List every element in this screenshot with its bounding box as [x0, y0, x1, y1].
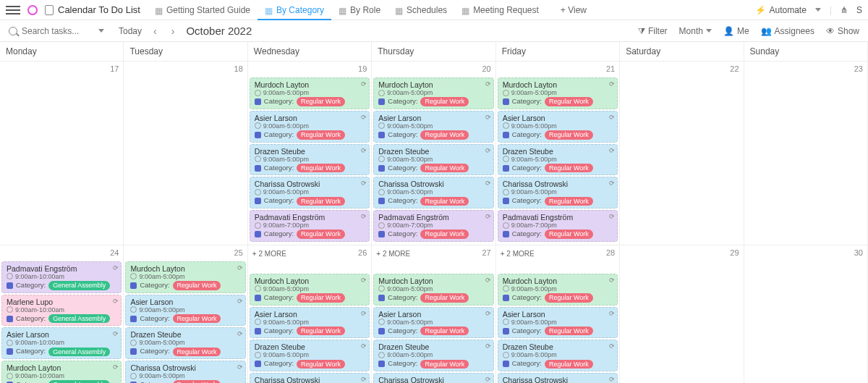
- calendar-event[interactable]: ⟳Drazen Steube9:00am-5:00pmCategory:Regu…: [250, 144, 370, 176]
- next-month-button[interactable]: ›: [169, 25, 178, 37]
- calendar-event[interactable]: ⟳Charissa Ostrowski9:00am-5:00pmCategory…: [250, 373, 370, 383]
- today-button[interactable]: Today: [119, 26, 142, 36]
- month-select[interactable]: Month: [679, 26, 712, 36]
- calendar-event[interactable]: ⟳Murdoch Layton9:00am-5:00pmCategory:Reg…: [498, 274, 618, 306]
- calendar-event[interactable]: ⟳Asier Larson9:00am-5:00pmCategory:Regul…: [373, 111, 493, 143]
- category-tag[interactable]: Regular Work: [173, 380, 221, 383]
- calendar-event[interactable]: ⟳Charissa Ostrowski9:00am-5:00pmCategory…: [373, 177, 493, 209]
- category-tag[interactable]: General Assembly: [48, 314, 110, 323]
- calendar-event[interactable]: ⟳Charissa Ostrowski9:00am-5:00pmCategory…: [125, 361, 245, 383]
- category-tag[interactable]: Regular Work: [420, 97, 469, 106]
- share-icon[interactable]: ⋔: [841, 5, 848, 15]
- calendar-cell[interactable]: 27+ 2 MORE⟳Murdoch Layton9:00am-5:00pmCa…: [372, 245, 495, 383]
- calendar-event[interactable]: ⟳Asier Larson9:00am-5:00pmCategory:Regul…: [125, 295, 245, 327]
- calendar-event[interactable]: ⟳Drazen Steube9:00am-5:00pmCategory:Regu…: [125, 327, 245, 359]
- view-tab-getting-started-guide[interactable]: ▦Getting Started Guide: [148, 0, 258, 20]
- chevron-down-icon[interactable]: [815, 8, 821, 12]
- category-tag[interactable]: Regular Work: [173, 348, 221, 356]
- category-tag[interactable]: Regular Work: [545, 130, 593, 139]
- view-tab-by-category[interactable]: ▦By Category: [258, 0, 331, 20]
- calendar-event[interactable]: ⟳Charissa Ostrowski9:00am-5:00pmCategory…: [498, 177, 618, 209]
- automate-button[interactable]: ⚡ Automate: [755, 5, 806, 15]
- calendar-event[interactable]: ⟳Asier Larson9:00am-5:00pmCategory:Regul…: [373, 307, 493, 339]
- calendar-event[interactable]: ⟳Asier Larson9:00am-5:00pmCategory:Regul…: [498, 111, 618, 143]
- view-tab-meeting-request[interactable]: ▦Meeting Request: [454, 0, 546, 20]
- calendar-event[interactable]: ⟳Marlene Lupo9:00am-10:00amCategory:Gene…: [1, 295, 122, 327]
- calendar-event[interactable]: ⟳Drazen Steube9:00am-5:00pmCategory:Regu…: [250, 340, 370, 371]
- calendar-event[interactable]: ⟳Drazen Steube9:00am-5:00pmCategory:Regu…: [498, 340, 618, 371]
- calendar-cell[interactable]: 24⟳Padmavati Engström9:00am-10:00amCateg…: [0, 245, 124, 383]
- calendar-cell[interactable]: 25⟳Murdoch Layton9:00am-5:00pmCategory:R…: [124, 245, 247, 383]
- add-view-button[interactable]: + View: [553, 0, 594, 20]
- calendar-event[interactable]: ⟳Asier Larson9:00am-10:00amCategory:Gene…: [1, 327, 122, 359]
- view-tab-schedules[interactable]: ▦Schedules: [388, 0, 454, 20]
- calendar-event[interactable]: ⟳Padmavati Engström9:00am-7:00pmCategory…: [250, 210, 370, 242]
- calendar-cell[interactable]: 20⟳Murdoch Layton9:00am-5:00pmCategory:R…: [372, 62, 495, 245]
- me-button[interactable]: 👤Me: [723, 26, 749, 36]
- calendar-event[interactable]: ⟳Padmavati Engström9:00am-7:00pmCategory…: [498, 210, 618, 242]
- calendar-cell[interactable]: 19⟳Murdoch Layton9:00am-5:00pmCategory:R…: [248, 62, 372, 245]
- category-tag[interactable]: Regular Work: [297, 97, 345, 106]
- calendar-cell[interactable]: 26+ 2 MORE⟳Murdoch Layton9:00am-5:00pmCa…: [248, 245, 372, 383]
- more-events-link[interactable]: + 2 MORE: [498, 248, 618, 259]
- category-tag[interactable]: Regular Work: [545, 327, 593, 335]
- category-tag[interactable]: Regular Work: [545, 360, 593, 369]
- calendar-event[interactable]: ⟳Charissa Ostrowski9:00am-5:00pmCategory…: [498, 373, 618, 383]
- category-tag[interactable]: Regular Work: [545, 197, 593, 206]
- chevron-down-icon[interactable]: [98, 29, 104, 33]
- category-tag[interactable]: General Assembly: [48, 281, 110, 290]
- category-tag[interactable]: Regular Work: [297, 360, 345, 369]
- category-tag[interactable]: Regular Work: [420, 327, 469, 335]
- calendar-event[interactable]: ⟳Asier Larson9:00am-5:00pmCategory:Regul…: [498, 307, 618, 339]
- category-tag[interactable]: Regular Work: [420, 360, 469, 369]
- category-tag[interactable]: Regular Work: [297, 164, 345, 172]
- category-tag[interactable]: Regular Work: [297, 197, 345, 206]
- calendar-event[interactable]: ⟳Asier Larson9:00am-5:00pmCategory:Regul…: [250, 307, 370, 339]
- category-tag[interactable]: Regular Work: [297, 130, 345, 139]
- category-tag[interactable]: Regular Work: [297, 230, 345, 238]
- category-tag[interactable]: Regular Work: [545, 164, 593, 172]
- category-tag[interactable]: Regular Work: [545, 97, 593, 106]
- calendar-cell[interactable]: 23: [744, 62, 868, 245]
- calendar-event[interactable]: ⟳Charissa Ostrowski9:00am-5:00pmCategory…: [250, 177, 370, 209]
- calendar-cell[interactable]: 30: [744, 245, 868, 383]
- view-tab-by-role[interactable]: ▦By Role: [331, 0, 388, 20]
- category-tag[interactable]: Regular Work: [173, 314, 221, 323]
- calendar-event[interactable]: ⟳Murdoch Layton9:00am-5:00pmCategory:Reg…: [125, 261, 245, 293]
- list-title[interactable]: Calendar To Do List: [45, 4, 140, 15]
- category-tag[interactable]: General Assembly: [48, 380, 110, 383]
- calendar-cell[interactable]: 18: [124, 62, 247, 245]
- category-tag[interactable]: Regular Work: [545, 230, 593, 238]
- calendar-event[interactable]: ⟳Asier Larson9:00am-5:00pmCategory:Regul…: [250, 111, 370, 143]
- calendar-cell[interactable]: 17: [0, 62, 124, 245]
- calendar-event[interactable]: ⟳Murdoch Layton9:00am-5:00pmCategory:Reg…: [373, 77, 493, 109]
- calendar-cell[interactable]: 21⟳Murdoch Layton9:00am-5:00pmCategory:R…: [496, 62, 620, 245]
- show-button[interactable]: 👁Show: [826, 26, 859, 36]
- category-tag[interactable]: Regular Work: [420, 130, 469, 139]
- assignees-button[interactable]: 👥Assignees: [761, 26, 814, 36]
- calendar-event[interactable]: ⟳Murdoch Layton9:00am-5:00pmCategory:Reg…: [373, 274, 493, 306]
- category-tag[interactable]: Regular Work: [545, 293, 593, 302]
- category-tag[interactable]: Regular Work: [420, 197, 469, 206]
- calendar-event[interactable]: ⟳Padmavati Engström9:00am-7:00pmCategory…: [373, 210, 493, 242]
- category-tag[interactable]: Regular Work: [420, 164, 469, 172]
- search-input[interactable]: [22, 26, 94, 36]
- category-tag[interactable]: Regular Work: [420, 293, 469, 302]
- calendar-cell[interactable]: 29: [620, 245, 744, 383]
- category-tag[interactable]: Regular Work: [297, 327, 345, 335]
- more-events-link[interactable]: + 2 MORE: [250, 248, 370, 259]
- menu-icon[interactable]: [6, 6, 20, 14]
- category-tag[interactable]: Regular Work: [297, 293, 345, 302]
- filter-button[interactable]: ⧩Filter: [638, 26, 668, 36]
- category-tag[interactable]: Regular Work: [420, 230, 469, 238]
- calendar-event[interactable]: ⟳Padmavati Engström9:00am-10:00amCategor…: [1, 261, 122, 293]
- calendar-event[interactable]: ⟳Drazen Steube9:00am-5:00pmCategory:Regu…: [498, 144, 618, 176]
- calendar-event[interactable]: ⟳Murdoch Layton9:00am-10:00amCategory:Ge…: [1, 361, 122, 383]
- calendar-cell[interactable]: 28+ 2 MORE⟳Murdoch Layton9:00am-5:00pmCa…: [496, 245, 620, 383]
- category-tag[interactable]: Regular Work: [173, 281, 221, 290]
- category-tag[interactable]: General Assembly: [48, 348, 110, 356]
- calendar-event[interactable]: ⟳Drazen Steube9:00am-5:00pmCategory:Regu…: [373, 144, 493, 176]
- calendar-event[interactable]: ⟳Murdoch Layton9:00am-5:00pmCategory:Reg…: [250, 274, 370, 306]
- calendar-cell[interactable]: 22: [620, 62, 744, 245]
- more-events-link[interactable]: + 2 MORE: [373, 248, 493, 259]
